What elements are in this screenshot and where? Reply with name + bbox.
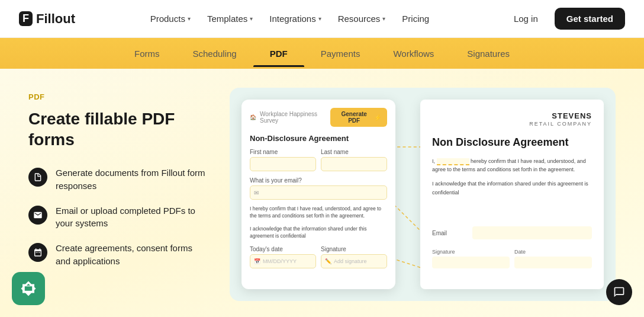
form-card: 🏠 Workplace Happiness Survey Generate PD…	[242, 100, 395, 289]
feature-item-2: Email or upload completed PDFs to your s…	[28, 204, 206, 230]
left-panel: PDF Create fillable PDF forms Generate d…	[28, 88, 206, 268]
pdf-title: Non Disclosure Agreement	[432, 136, 592, 149]
pdf-signature-box	[432, 257, 510, 268]
pdf-date-field: Date	[514, 249, 592, 268]
right-panel: 🏠 Workplace Happiness Survey Generate PD…	[230, 88, 616, 301]
date-label: Today's date	[250, 246, 316, 252]
signature-label: Signature	[321, 246, 387, 252]
first-name-field: First name	[250, 149, 316, 171]
company-name: STEVENS	[432, 111, 592, 121]
chevron-down-icon: ▾	[250, 15, 253, 22]
agreement-svg	[33, 248, 43, 257]
nav-resources[interactable]: Resources ▾	[338, 14, 386, 24]
chat-button[interactable]	[606, 279, 632, 305]
date-field: Today's date 📅 MM/DD/YYYY	[250, 246, 316, 268]
header-actions: Log in Get started	[504, 8, 625, 30]
tab-pdf[interactable]: PDF	[253, 40, 304, 67]
signature-field: Signature ✏️ Add signature	[321, 246, 387, 268]
logo-text: Fillout	[36, 11, 75, 27]
pdf-signature-field: Signature	[432, 249, 510, 268]
chevron-down-icon: ▾	[188, 15, 191, 22]
feature-list: Generate documents from Fillout form res…	[28, 166, 206, 268]
chevron-down-icon: ▾	[318, 15, 321, 22]
tab-payments[interactable]: Payments	[304, 40, 377, 67]
last-name-field: Last name	[321, 149, 387, 171]
nda-text-2: I acknowledge that the information share…	[250, 226, 387, 240]
document-icon	[28, 168, 47, 187]
date-input[interactable]: 📅 MM/DD/YYYY	[250, 254, 316, 268]
feature-text-3: Create agreements, consent forms and app…	[56, 242, 206, 268]
first-name-input[interactable]	[250, 157, 316, 171]
signature-input[interactable]: ✏️ Add signature	[321, 254, 387, 268]
pdf-bottom-row: Signature Date	[432, 249, 592, 268]
first-name-label: First name	[250, 149, 316, 155]
pdf-preview-card: STEVENS RETAIL COMPANY Non Disclosure Ag…	[420, 100, 604, 289]
date-placeholder: MM/DD/YYYY	[263, 258, 297, 264]
email-icon	[28, 206, 47, 225]
main-title: Create fillable PDF forms	[28, 108, 206, 150]
email-field-label: What is your email?	[250, 177, 387, 184]
pdf-date-box	[514, 257, 592, 268]
pdf-email-row: Email	[432, 226, 592, 239]
last-name-input[interactable]	[321, 157, 387, 171]
logo[interactable]: F Fillout	[19, 11, 75, 27]
beehive-icon	[20, 280, 37, 297]
email-at-icon: ✉	[254, 190, 259, 196]
nav-templates[interactable]: Templates ▾	[207, 14, 253, 24]
pdf-text-1: I, hereby confirm that I have read, unde…	[432, 157, 592, 174]
pdf-email-label: Email	[432, 230, 468, 236]
company-logo: STEVENS RETAIL COMPANY	[432, 111, 592, 127]
tab-workflows[interactable]: Workflows	[376, 40, 450, 67]
feature-item-1: Generate documents from Fillout form res…	[28, 166, 206, 193]
beehive-logo[interactable]	[12, 272, 45, 305]
agreement-icon	[28, 243, 47, 262]
chat-icon	[613, 286, 625, 298]
doc-svg	[33, 172, 43, 182]
company-sub: RETAIL COMPANY	[432, 121, 592, 127]
lightning-icon: ⚡	[374, 114, 381, 121]
email-svg	[33, 210, 43, 220]
feature-text-2: Email or upload completed PDFs to your s…	[56, 204, 206, 230]
chevron-down-icon: ▾	[382, 15, 385, 22]
feature-text-1: Generate documents from Fillout form res…	[56, 166, 206, 193]
calendar-icon: 📅	[254, 258, 260, 264]
form-card-header: 🏠 Workplace Happiness Survey Generate PD…	[250, 108, 387, 127]
nav-products[interactable]: Products ▾	[150, 14, 191, 24]
section-label: PDF	[28, 92, 206, 101]
main-content: PDF Create fillable PDF forms Generate d…	[0, 69, 644, 317]
login-button[interactable]: Log in	[504, 9, 548, 28]
bottom-row: Today's date 📅 MM/DD/YYYY Signature ✏️ A…	[250, 246, 387, 268]
pdf-date-label: Date	[514, 249, 592, 255]
nav-integrations[interactable]: Integrations ▾	[269, 14, 321, 24]
nda-text-1: I hereby confirm that I have read, under…	[250, 206, 387, 220]
logo-box: F	[19, 11, 33, 26]
pdf-signature-label: Signature	[432, 249, 510, 255]
header: F Fillout Products ▾ Templates ▾ Integra…	[0, 0, 644, 38]
nav-pricing[interactable]: Pricing	[402, 14, 429, 24]
email-input[interactable]: ✉	[250, 185, 387, 200]
get-started-button[interactable]: Get started	[555, 8, 625, 30]
last-name-label: Last name	[321, 149, 387, 155]
form-title: Non-Disclosure Agreement	[250, 134, 387, 143]
form-survey-label: 🏠 Workplace Happiness Survey	[250, 111, 330, 124]
pdf-name-highlight	[437, 158, 469, 165]
pdf-text-2: I acknowledge that the information share…	[432, 180, 592, 197]
feature-item-3: Create agreements, consent forms and app…	[28, 242, 206, 268]
generate-pdf-button[interactable]: Generate PDF ⚡	[330, 108, 387, 127]
pdf-email-box	[472, 226, 592, 239]
pen-icon: ✏️	[325, 258, 331, 264]
tab-scheduling[interactable]: Scheduling	[176, 40, 253, 67]
signature-placeholder: Add signature	[334, 258, 367, 264]
tabs-bar: Forms Scheduling PDF Payments Workflows …	[0, 38, 644, 69]
main-nav: Products ▾ Templates ▾ Integrations ▾ Re…	[150, 14, 430, 24]
tab-forms[interactable]: Forms	[118, 40, 176, 67]
name-row: First name Last name	[250, 149, 387, 171]
tab-signatures[interactable]: Signatures	[450, 40, 526, 67]
